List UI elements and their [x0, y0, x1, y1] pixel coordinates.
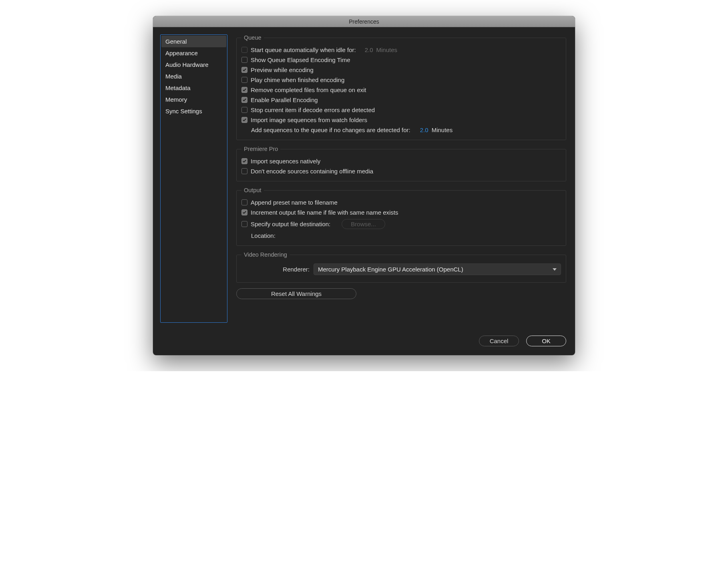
premiere-group: Premiere Pro Import sequences natively D… — [236, 146, 566, 181]
checkbox-remove-completed[interactable] — [241, 87, 247, 93]
queue-legend: Queue — [241, 34, 264, 41]
sidebar-item-audio-hardware[interactable]: Audio Hardware — [161, 59, 226, 70]
checkbox-parallel[interactable] — [241, 97, 247, 103]
checkbox-import-image-seq[interactable] — [241, 117, 247, 123]
checkbox-chime[interactable] — [241, 77, 247, 83]
checkbox-show-elapsed[interactable] — [241, 57, 247, 63]
label-remove-completed: Remove completed files from queue on exi… — [251, 86, 366, 93]
sidebar-item-memory[interactable]: Memory — [161, 94, 226, 105]
premiere-legend: Premiere Pro — [241, 146, 280, 152]
sidebar-item-media[interactable]: Media — [161, 70, 226, 82]
value-start-idle[interactable]: 2.0 — [365, 46, 373, 53]
reset-warnings-button[interactable]: Reset All Warnings — [236, 288, 356, 299]
label-append-preset: Append preset name to filename — [251, 199, 338, 206]
label-show-elapsed: Show Queue Elapsed Encoding Time — [251, 56, 350, 63]
checkbox-start-idle[interactable] — [241, 47, 247, 53]
label-preview: Preview while encoding — [251, 66, 314, 73]
label-specify-dest: Specify output file destination: — [251, 221, 330, 227]
checkbox-import-native[interactable] — [241, 158, 247, 164]
cancel-button[interactable]: Cancel — [479, 336, 519, 346]
category-sidebar: General Appearance Audio Hardware Media … — [160, 34, 227, 323]
preferences-window: Preferences General Appearance Audio Har… — [153, 16, 575, 355]
label-import-native: Import sequences natively — [251, 158, 320, 165]
checkbox-specify-dest[interactable] — [241, 221, 247, 227]
video-legend: Video Rendering — [241, 251, 290, 258]
output-legend: Output — [241, 187, 264, 193]
location-label: Location: — [251, 232, 276, 239]
label-stop-decode-errors: Stop current item if decode errors are d… — [251, 107, 375, 113]
unit-start-idle: Minutes — [376, 46, 398, 53]
chevron-down-icon — [553, 268, 557, 271]
value-add-seq[interactable]: 2.0 — [420, 127, 428, 133]
checkbox-preview[interactable] — [241, 67, 247, 73]
video-rendering-group: Video Rendering Renderer: Mercury Playba… — [236, 251, 566, 283]
checkbox-append-preset[interactable] — [241, 199, 247, 205]
unit-add-seq: Minutes — [432, 127, 453, 133]
label-increment: Increment output file name if file with … — [251, 209, 398, 216]
sidebar-item-sync-settings[interactable]: Sync Settings — [161, 105, 226, 117]
output-group: Output Append preset name to filename In… — [236, 187, 566, 246]
label-start-idle: Start queue automatically when idle for: — [251, 46, 356, 53]
queue-group: Queue Start queue automatically when idl… — [236, 34, 566, 140]
label-parallel: Enable Parallel Encoding — [251, 96, 318, 103]
checkbox-stop-decode-errors[interactable] — [241, 107, 247, 113]
checkbox-increment[interactable] — [241, 209, 247, 215]
label-import-image-seq: Import image sequences from watch folder… — [251, 117, 367, 123]
renderer-select[interactable]: Mercury Playback Engine GPU Acceleration… — [314, 263, 561, 275]
sidebar-item-appearance[interactable]: Appearance — [161, 47, 226, 59]
sidebar-item-general[interactable]: General — [161, 36, 226, 47]
window-title: Preferences — [153, 16, 575, 27]
renderer-label: Renderer: — [241, 266, 310, 273]
renderer-value: Mercury Playback Engine GPU Acceleration… — [318, 266, 463, 273]
sidebar-item-metadata[interactable]: Metadata — [161, 82, 226, 94]
ok-button[interactable]: OK — [526, 336, 566, 346]
browse-button[interactable]: Browse... — [342, 219, 385, 229]
label-add-seq: Add sequences to the queue if no changes… — [251, 127, 410, 133]
label-dont-encode-offline: Don't encode sources containing offline … — [251, 168, 373, 175]
checkbox-dont-encode-offline[interactable] — [241, 168, 247, 174]
label-chime: Play chime when finished encoding — [251, 76, 344, 83]
